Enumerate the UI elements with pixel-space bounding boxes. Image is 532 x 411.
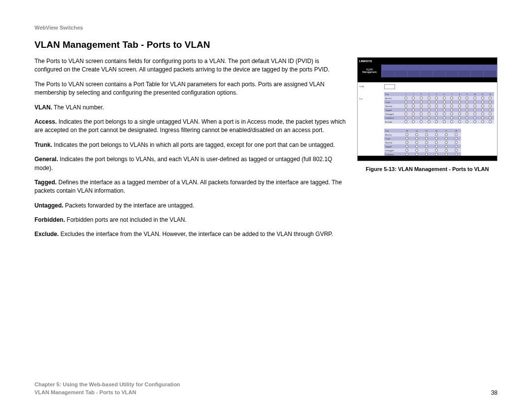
page-number: 38 <box>491 389 498 396</box>
content-row: The Ports to VLAN screen contains fields… <box>34 57 498 245</box>
ss-nav-title: VLAN Management <box>358 65 381 77</box>
ss-row: General <box>384 104 494 108</box>
ss-side-port: Port <box>359 98 383 100</box>
ss-vlan-dropdown-row <box>384 84 494 89</box>
def-vlan: VLAN. The VLAN number. <box>34 103 347 112</box>
page-title: VLAN Management Tab - Ports to VLAN <box>34 39 498 50</box>
def-access: Access. Indicates the port belongs to a … <box>34 118 347 135</box>
ss-footer-bar <box>358 156 497 161</box>
def-untagged: Untagged. Packets forwarded by the inter… <box>34 202 347 210</box>
figure-caption: Figure 5-13: VLAN Management - Ports to … <box>357 166 498 172</box>
ss-body: VLAN Port Port 123456789101112 Acces <box>358 82 497 161</box>
term-exclude: Exclude. <box>34 231 59 238</box>
term-tagged: Tagged. <box>34 179 57 186</box>
footer-section: VLAN Management Tab - Ports to VLAN <box>34 389 180 396</box>
text-trunk: Indicates the port belongs to VLANs in w… <box>52 141 335 148</box>
term-general: General. <box>34 156 58 163</box>
text-exclude: Excludes the interface from the VLAN. Ho… <box>59 231 333 238</box>
ss-row: Untagged <box>384 112 494 116</box>
def-tagged: Tagged. Defines the interface as a tagge… <box>34 178 347 196</box>
ss-brand-bar: LINKSYS <box>358 58 497 65</box>
text-access: Indicates the port belongs to a single u… <box>34 118 346 134</box>
ss-row: Access <box>384 96 494 100</box>
footer-left: Chapter 5: Using the Web-based Utility f… <box>34 381 180 396</box>
ss-vlan-dropdown <box>384 84 395 89</box>
footer-chapter: Chapter 5: Using the Web-based Utility f… <box>34 381 180 388</box>
ss-main-area: Port 123456789101112 Access Trunk Genera… <box>384 82 497 161</box>
text-tagged: Defines the interface as a tagged member… <box>34 179 342 194</box>
document-page: WebView Switches VLAN Management Tab - P… <box>0 0 532 411</box>
ss-tab <box>382 70 395 77</box>
term-access: Access. <box>34 118 57 125</box>
ss-tab <box>433 70 445 77</box>
ss-row: Trunk <box>384 100 494 104</box>
body-text-column: The Ports to VLAN screen contains fields… <box>34 57 347 245</box>
text-vlan: The VLAN number. <box>52 104 104 111</box>
ss-row: Forbidden <box>384 116 494 120</box>
page-footer: Chapter 5: Using the Web-based Utility f… <box>34 381 498 396</box>
ss-tab <box>408 70 420 77</box>
def-general: General. Indicates the port belongs to V… <box>34 155 347 172</box>
intro-paragraph-1: The Ports to VLAN screen contains fields… <box>34 57 347 74</box>
ss-tab <box>459 70 471 77</box>
ss-table-header: Port 123456789101112 <box>384 92 494 96</box>
ss-side-labels: VLAN Port <box>358 82 384 161</box>
brand-logo: LINKSYS <box>359 60 372 63</box>
intro-paragraph-2: The Ports to VLAN screen contains a Port… <box>34 80 347 98</box>
ss-row: Access <box>384 133 461 137</box>
ss-nav-bar: VLAN Management <box>358 65 497 77</box>
def-exclude: Exclude. Excludes the interface from the… <box>34 230 347 239</box>
ss-tab <box>484 70 496 77</box>
ss-row: Untagged <box>384 148 461 152</box>
def-forbidden: Forbidden. Forbidden ports are not inclu… <box>34 216 347 224</box>
ss-row: General <box>384 140 461 144</box>
doc-header: WebView Switches <box>34 25 498 31</box>
ss-tab <box>446 70 458 77</box>
ss-subnav <box>358 77 497 82</box>
term-trunk: Trunk. <box>34 141 52 148</box>
figure-column: LINKSYS VLAN Management <box>357 57 498 245</box>
ss-side-vlan: VLAN <box>359 85 383 88</box>
ss-table-header: Port 131415161718 <box>384 129 461 133</box>
ss-row: Tagged <box>384 144 461 148</box>
term-untagged: Untagged. <box>34 202 64 209</box>
screenshot-thumbnail: LINKSYS VLAN Management <box>357 57 498 161</box>
ss-nav-tabs <box>381 65 497 77</box>
def-trunk: Trunk. Indicates the port belongs to VLA… <box>34 141 347 149</box>
ss-row: Trunk <box>384 137 461 140</box>
ss-row: Tagged <box>384 108 494 112</box>
ss-row: Exclude <box>384 120 494 124</box>
text-forbidden: Forbidden ports are not included in the … <box>65 216 187 223</box>
ss-hdr-label: Port <box>384 130 402 132</box>
text-untagged: Packets forwarded by the interface are u… <box>64 202 195 209</box>
ss-tab <box>420 70 432 77</box>
ss-hdr-label: Port <box>384 93 402 96</box>
term-vlan: VLAN. <box>34 104 52 111</box>
text-general: Indicates the port belongs to VLANs, and… <box>34 156 332 171</box>
term-forbidden: Forbidden. <box>34 216 65 223</box>
ss-tab <box>471 70 483 77</box>
ss-port-table-1: Port 123456789101112 Access Trunk Genera… <box>384 92 494 124</box>
ss-nav-title-2: Management <box>362 71 376 74</box>
ss-tab <box>395 70 407 77</box>
